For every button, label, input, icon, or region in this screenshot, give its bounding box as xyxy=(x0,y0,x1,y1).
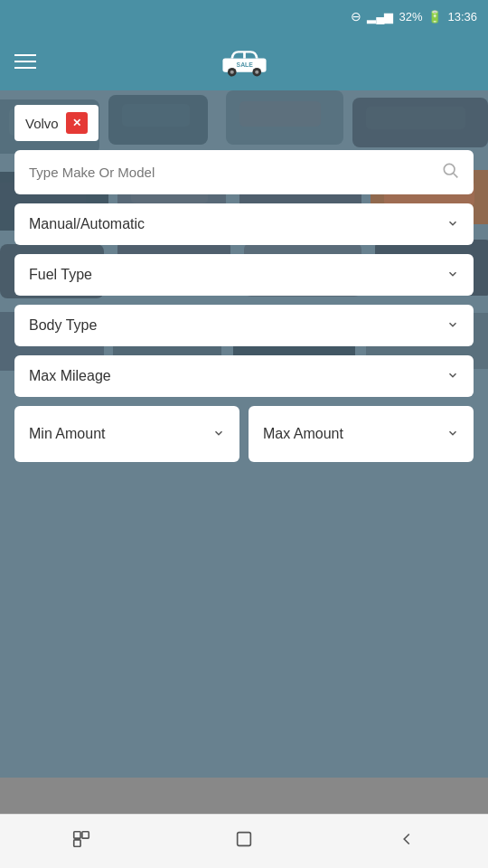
car-logo-svg: SALE xyxy=(220,43,269,80)
clock: 13:36 xyxy=(447,10,477,24)
app-logo: SALE xyxy=(220,43,269,80)
svg-point-27 xyxy=(230,71,233,74)
bottom-nav xyxy=(0,814,488,868)
hamburger-line xyxy=(14,61,36,62)
svg-rect-33 xyxy=(74,831,80,837)
chevron-down-icon xyxy=(446,318,459,334)
chevron-down-icon xyxy=(446,369,459,384)
battery-percentage: 32% xyxy=(399,10,422,24)
search-container xyxy=(14,150,474,194)
tag-row: Volvo ✕ xyxy=(14,105,474,141)
back-button[interactable] xyxy=(389,822,424,862)
svg-text:SALE: SALE xyxy=(236,61,253,68)
chevron-down-icon xyxy=(446,427,459,442)
fuel-type-label: Fuel Type xyxy=(29,267,92,283)
recent-apps-button[interactable] xyxy=(64,822,99,862)
svg-rect-35 xyxy=(82,831,89,837)
svg-point-29 xyxy=(255,71,258,74)
search-icon xyxy=(441,161,459,184)
transmission-label: Manual/Automatic xyxy=(29,216,145,232)
status-bar: ⊖ ▂▄▆ 32% 🔋 13:36 xyxy=(0,0,488,33)
svg-point-31 xyxy=(444,164,455,175)
body-type-dropdown[interactable]: Body Type xyxy=(14,305,474,346)
hamburger-line xyxy=(14,54,36,56)
battery-icon: 🔋 xyxy=(427,10,442,24)
do-not-disturb-icon: ⊖ xyxy=(351,9,361,24)
svg-rect-34 xyxy=(74,839,80,845)
delete-icon: ✕ xyxy=(72,117,81,129)
signal-bars-icon: ▂▄▆ xyxy=(367,10,393,24)
delete-tag-button[interactable]: ✕ xyxy=(66,112,88,134)
max-mileage-label: Max Mileage xyxy=(29,368,111,384)
transmission-dropdown[interactable]: Manual/Automatic xyxy=(14,203,474,245)
main-content: Volvo ✕ Manual/Automatic Fuel Type xyxy=(0,90,488,476)
chevron-down-icon xyxy=(446,217,459,232)
max-mileage-dropdown[interactable]: Max Mileage xyxy=(14,355,474,397)
chevron-down-icon xyxy=(212,427,225,442)
max-amount-dropdown[interactable]: Max Amount xyxy=(249,406,474,462)
min-amount-dropdown[interactable]: Min Amount xyxy=(14,406,239,462)
body-type-label: Body Type xyxy=(29,317,97,334)
search-input[interactable] xyxy=(29,165,441,180)
menu-button[interactable] xyxy=(14,54,36,69)
svg-line-32 xyxy=(454,174,458,178)
fuel-type-dropdown[interactable]: Fuel Type xyxy=(14,254,474,296)
nav-bar: SALE xyxy=(0,33,488,90)
svg-rect-36 xyxy=(238,832,251,845)
min-amount-label: Min Amount xyxy=(29,426,105,442)
hamburger-line xyxy=(14,67,36,69)
amount-row: Min Amount Max Amount xyxy=(14,406,474,462)
volvo-tag: Volvo ✕ xyxy=(14,105,99,141)
home-button[interactable] xyxy=(227,822,261,862)
chevron-down-icon xyxy=(446,268,459,283)
tag-label: Volvo xyxy=(25,116,59,131)
max-amount-label: Max Amount xyxy=(263,426,343,442)
